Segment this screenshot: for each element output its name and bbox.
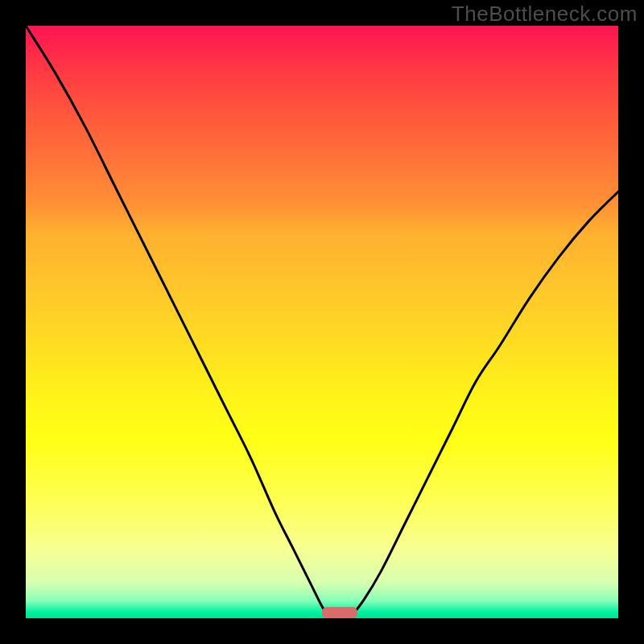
chart-frame: TheBottleneck.com [0, 0, 644, 644]
plot-area [26, 26, 618, 618]
watermark-text: TheBottleneck.com [452, 2, 638, 27]
curves-svg [26, 26, 618, 618]
right-curve [345, 192, 618, 618]
sweet-spot-marker [322, 607, 357, 618]
left-curve [26, 26, 331, 618]
